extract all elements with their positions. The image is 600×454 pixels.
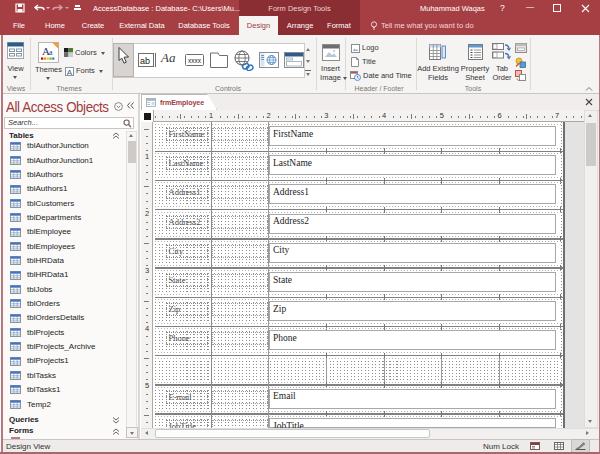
svg-text:A: A bbox=[67, 68, 73, 77]
svg-text:xxxx: xxxx bbox=[188, 57, 202, 64]
svg-text:ab: ab bbox=[140, 56, 150, 66]
svg-text:a: a bbox=[49, 48, 53, 57]
